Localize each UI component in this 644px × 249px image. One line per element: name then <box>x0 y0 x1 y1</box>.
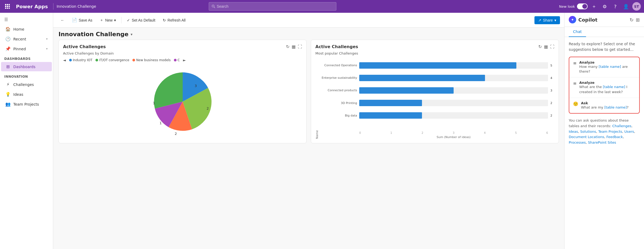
add-icon[interactable]: ＋ <box>590 2 598 11</box>
bar-fill <box>359 75 485 81</box>
table-link[interactable]: Feedback <box>607 135 623 139</box>
sidebar-item-recent[interactable]: 🕐 Recent ▾ <box>1 34 52 44</box>
table-view-icon[interactable]: ▦ <box>544 44 548 49</box>
svg-rect-5 <box>9 6 10 7</box>
table-link[interactable]: Challenges <box>612 124 632 128</box>
bar-value: 5 <box>550 64 552 67</box>
challenges-icon: ⚡ <box>5 82 11 87</box>
table-link[interactable]: Document Locations <box>569 135 604 139</box>
search-input[interactable] <box>217 4 333 9</box>
bar-fill <box>359 62 516 69</box>
help-icon[interactable]: ? <box>611 2 620 11</box>
plus-icon: ＋ <box>100 18 103 23</box>
app-name: Power Apps <box>14 4 50 9</box>
suggestion-content: Ask What are my [table name]? <box>581 101 629 110</box>
copilot-settings-icon[interactable]: ⊞ <box>636 17 640 23</box>
search-bar[interactable] <box>209 2 336 11</box>
x-tick: 5 <box>515 131 517 134</box>
sidebar-item-home[interactable]: 🏠 Home <box>1 24 52 34</box>
refresh-icon: ↻ <box>163 18 166 22</box>
chevron-down-icon: ▾ <box>554 18 556 22</box>
expand-icon[interactable]: ⛶ <box>298 44 302 49</box>
active-challenges-pie-card: Active Challenges ↻ ▦ ⛶ Active Challenge… <box>58 40 307 143</box>
sidebar-collapse-button[interactable]: ☰ <box>0 15 53 24</box>
legend-dot <box>174 59 177 61</box>
expand-icon[interactable]: ⛶ <box>550 44 554 49</box>
sidebar-item-dashboards[interactable]: ⊞ Dashboards <box>1 62 52 71</box>
copilot-title: ✦ Copilot <box>569 16 597 23</box>
content-area: ← 📄 Save As ＋ New ▾ ✓ Set As Default ↻ R… <box>53 13 564 249</box>
svg-rect-3 <box>5 6 6 7</box>
bar-fill <box>359 112 422 119</box>
save-as-button[interactable]: 📄 Save As <box>69 16 95 24</box>
table-link[interactable]: Ideas <box>569 130 578 134</box>
apps-grid-icon[interactable] <box>3 2 12 11</box>
page-title-chevron-icon[interactable]: ▾ <box>131 32 132 36</box>
sidebar-item-team-projects[interactable]: 👥 Team Projects <box>1 99 52 109</box>
svg-rect-7 <box>7 8 8 9</box>
dashboards-icon: ⊞ <box>5 64 11 69</box>
share-label: Share <box>543 18 553 22</box>
pie-chart-legend: ◄ Industry IOT IT/OT convergence New bus… <box>63 58 302 62</box>
sidebar-item-label: Ideas <box>13 92 48 97</box>
legend-label: New business models <box>136 58 171 62</box>
table-name-link[interactable]: [table name] <box>603 85 625 89</box>
refresh-all-button[interactable]: ↻ Refresh All <box>160 16 189 24</box>
new-label: New <box>105 18 112 22</box>
pie-label: 1 <box>160 121 162 125</box>
table-view-icon[interactable]: ▦ <box>292 44 296 49</box>
new-look-toggle[interactable] <box>577 3 588 9</box>
bar-row: 3D Printing 2 <box>320 100 548 106</box>
y-axis-label: Name <box>315 60 319 139</box>
dashboard-grid: Active Challenges ↻ ▦ ⛶ Active Challenge… <box>53 40 564 249</box>
legend-label: Industry IOT <box>73 58 93 62</box>
new-button[interactable]: ＋ New ▾ <box>97 16 119 24</box>
legend-dot <box>69 59 72 61</box>
sidebar-item-challenges[interactable]: ⚡ Challenges <box>1 80 52 89</box>
suggestion-analyze-1[interactable]: ≡ Analyze How many [table name] are ther… <box>569 57 639 77</box>
table-name-link[interactable]: [table name] <box>599 65 621 69</box>
table-name-link[interactable]: [table name] <box>604 105 627 109</box>
svg-rect-2 <box>9 4 10 5</box>
copilot-intro-text: Ready to explore? Select one of the sugg… <box>569 41 640 52</box>
table-link[interactable]: Team Projects <box>598 130 622 134</box>
pie-label: 1 <box>153 101 155 105</box>
suggestion-text: How many [table name] are there? <box>579 64 635 74</box>
sidebar-item-ideas[interactable]: 💡 Ideas <box>1 90 52 99</box>
share-button[interactable]: ↗ Share ▾ <box>534 16 560 24</box>
chart-card-header: Active Challenges ↻ ▦ ⛶ <box>63 44 302 49</box>
checkmark-icon: ✓ <box>127 18 130 22</box>
legend-next-icon[interactable]: ► <box>183 58 186 62</box>
tab-chat[interactable]: Chat <box>569 27 586 37</box>
sidebar-item-pinned[interactable]: 📌 Pinned ▾ <box>1 44 52 53</box>
x-tick: 3 <box>453 131 454 134</box>
chevron-down-icon: ▾ <box>46 37 48 41</box>
new-look-toggle-area: New look <box>559 3 588 9</box>
set-as-default-button[interactable]: ✓ Set As Default <box>124 16 158 24</box>
table-link[interactable]: Solutions <box>580 130 596 134</box>
settings-icon[interactable]: ⚙ <box>600 2 609 11</box>
pie-chart-container: 3 2 2 1 1 <box>63 64 302 139</box>
page-title-bar: Innovation Challenge ▾ <box>53 28 564 40</box>
toolbar-separator <box>121 17 122 23</box>
avatar[interactable]: ST <box>632 2 641 11</box>
person-icon[interactable]: 👤 <box>622 2 630 11</box>
legend-prev-icon[interactable]: ◄ <box>63 58 66 62</box>
table-link[interactable]: Processes <box>569 140 586 144</box>
nav-divider <box>53 3 53 10</box>
copilot-refresh-icon[interactable]: ↻ <box>630 17 634 23</box>
suggestion-ask[interactable]: 🙂 Ask What are my [table name]? <box>569 98 639 113</box>
x-tick: 4 <box>484 131 486 134</box>
top-navigation: Power Apps Innovation Challenge New look… <box>0 0 644 13</box>
table-link[interactable]: SharePoint Sites <box>588 140 616 144</box>
share-icon: ↗ <box>538 18 541 22</box>
sidebar-group-innovation: Innovation <box>0 72 53 80</box>
suggestion-analyze-2[interactable]: ≡ Analyze What are the [table name] I cr… <box>569 77 639 98</box>
legend-label: IT/OT convergence <box>99 58 129 62</box>
svg-line-10 <box>214 7 215 8</box>
back-button[interactable]: ← <box>57 16 68 24</box>
table-link[interactable]: Users <box>624 130 634 134</box>
refresh-chart-icon[interactable]: ↻ <box>538 44 542 49</box>
copilot-header-icons: ↻ ⊞ <box>630 17 640 23</box>
refresh-chart-icon[interactable]: ↻ <box>286 44 289 49</box>
